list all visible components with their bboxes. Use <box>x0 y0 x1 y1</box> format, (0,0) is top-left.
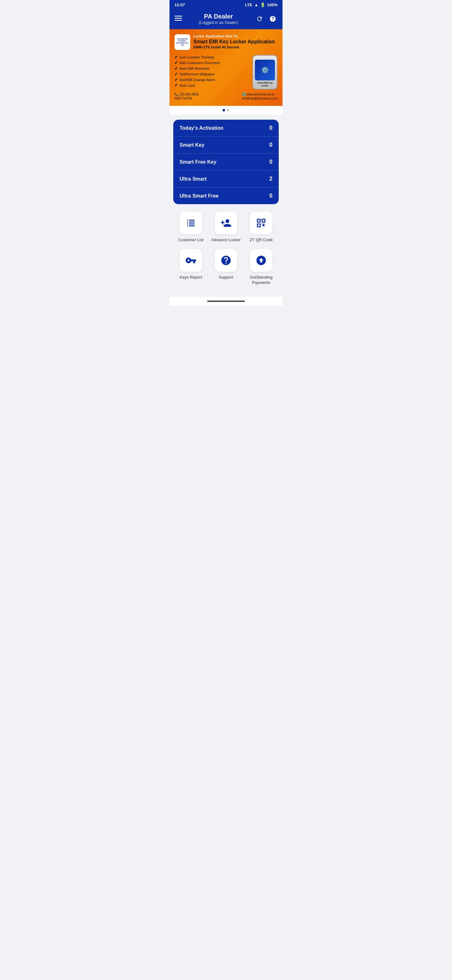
help-button[interactable] <box>268 14 278 24</box>
check-icon-3: ✔ <box>174 66 178 71</box>
phone-screen: ⚙️ <box>255 60 275 80</box>
banner-product-title: Smart EMI Key Locker Application <box>193 39 278 45</box>
stats-value-3: 0 <box>269 192 273 199</box>
status-right: LTE ▲ 🔋 100% <box>245 3 278 7</box>
stats-value-1: 0 <box>269 159 273 165</box>
phone-image: ⚙️ Smart EMI Key Locker <box>252 55 278 89</box>
signal-text: LTE <box>245 3 252 7</box>
zt-qr-code-button[interactable]: ZT QR Code <box>246 212 277 243</box>
stats-row-3[interactable]: Ultra Smart Free 0 <box>173 188 279 204</box>
contact-web: 🌐 www.technove.co.in ✉ Admin@technove.co… <box>242 93 278 101</box>
banner-footer: 📞 120-463-3605 6397714756 🌐 www.technove… <box>174 93 278 101</box>
grid-section: Customer List Advance Locker ZT QR Code <box>170 209 282 297</box>
refresh-button[interactable] <box>255 14 264 24</box>
stats-label-2: Ultra Smart <box>179 176 206 182</box>
stats-label-0: Smart Key <box>179 142 205 148</box>
outstanding-payments-label: OutStandingPayments <box>250 275 273 286</box>
bottom-bar <box>170 297 282 305</box>
stats-row-1[interactable]: Smart Free Key 0 <box>173 154 279 170</box>
keys-report-icon-box <box>179 249 202 272</box>
svg-rect-0 <box>174 16 182 17</box>
signal-icon: ▲ <box>254 3 259 7</box>
qr-code-icon <box>255 217 267 229</box>
dot-2[interactable] <box>227 109 230 111</box>
banner-text: Locker Application Bole To Smart EMI Key… <box>193 34 278 49</box>
stats-header-label: Today's Activation <box>179 125 224 131</box>
stats-card: Today's Activation 0 Smart Key 0 Smart F… <box>173 120 279 204</box>
keys-report-button[interactable]: Keys Report <box>175 249 206 286</box>
support-label: Support <box>219 275 233 280</box>
help-circle-icon <box>220 255 232 266</box>
check-icon-4: ✔ <box>174 72 178 76</box>
app-subtitle: (Logged in as Dealer) <box>182 20 255 25</box>
promo-banner: TECHNOVEGLOBALSOFTWARE PVT LTD Locker Ap… <box>170 29 282 106</box>
feature-4: ✔ Set/Remove Wallpaper <box>174 72 249 76</box>
battery-level: 100% <box>267 3 278 7</box>
customer-list-label: Customer List <box>178 237 203 243</box>
svg-rect-2 <box>174 20 182 21</box>
stats-header-row[interactable]: Today's Activation 0 <box>173 120 279 137</box>
customer-list-button[interactable]: Customer List <box>175 212 206 243</box>
website-line: 🌐 www.technove.co.in <box>242 93 278 96</box>
feature-2: ✔ Add Customers Document <box>174 60 249 65</box>
feature-3: ✔ Auto EMI Reminder <box>174 66 249 71</box>
header: PA Dealer (Logged in as Dealer) <box>170 10 282 29</box>
advance-locker-button[interactable]: Advance Locker <box>210 212 242 243</box>
status-bar: 12:07 LTE ▲ 🔋 100% <box>170 0 282 10</box>
stats-row-2[interactable]: Ultra Smart 2 <box>173 170 279 188</box>
customer-list-icon-box <box>179 212 202 234</box>
email-line: ✉ Admin@technove.co.in <box>242 97 278 100</box>
support-icon-box <box>215 249 237 272</box>
feature-6: ✔ Auto Lock <box>174 83 249 88</box>
stats-header-value: 0 <box>269 125 273 131</box>
stats-value-2: 2 <box>269 176 273 182</box>
home-indicator <box>207 301 245 302</box>
dot-1[interactable] <box>222 109 225 111</box>
header-actions <box>255 14 278 24</box>
app-title: PA Dealer <box>182 13 255 20</box>
svg-rect-1 <box>174 18 182 19</box>
stats-row-0[interactable]: Smart Key 0 <box>173 137 279 154</box>
banner-subtitle: EMM+ZTE Install 40 Second <box>193 45 278 49</box>
banner-body: ✔ Live Location Tracking ✔ Add Customers… <box>174 55 278 89</box>
check-icon-6: ✔ <box>174 83 178 88</box>
phone-line-2: 6397714756 <box>174 97 199 100</box>
banner-main-title: Locker Application Bole To <box>193 34 278 38</box>
outstanding-payments-button[interactable]: OutStandingPayments <box>246 249 277 286</box>
banner-dots <box>170 106 282 115</box>
check-icon-1: ✔ <box>174 55 178 59</box>
phone-label: Smart EMI Key Locker <box>255 82 275 87</box>
person-add-icon <box>220 217 232 229</box>
stats-label-1: Smart Free Key <box>179 159 216 165</box>
zt-qr-code-icon-box <box>250 212 273 234</box>
outstanding-payments-icon-box <box>250 249 273 272</box>
banner-header: TECHNOVEGLOBALSOFTWARE PVT LTD Locker Ap… <box>174 34 278 50</box>
phone-line-1: 📞 120-463-3605 <box>174 93 199 96</box>
feature-5: ✔ Get/SIM Change Alarm <box>174 78 249 82</box>
company-logo: TECHNOVEGLOBALSOFTWARE PVT LTD <box>174 34 190 50</box>
check-icon-2: ✔ <box>174 60 178 65</box>
grid-row-2: Keys Report Support OutStandingPayments <box>173 249 279 286</box>
menu-button[interactable] <box>174 14 182 23</box>
arrow-up-circle-icon <box>255 255 267 266</box>
grid-row-1: Customer List Advance Locker ZT QR Code <box>173 212 279 243</box>
battery-icon: 🔋 <box>260 3 265 7</box>
contact-phone: 📞 120-463-3605 6397714756 <box>174 93 199 101</box>
status-time: 12:07 <box>174 3 185 7</box>
keys-report-label: Keys Report <box>179 275 202 280</box>
banner-features: ✔ Live Location Tracking ✔ Add Customers… <box>174 55 249 89</box>
feature-1: ✔ Live Location Tracking <box>174 55 249 59</box>
check-icon-5: ✔ <box>174 78 178 82</box>
stats-value-0: 0 <box>269 142 273 148</box>
advance-locker-label: Advance Locker <box>211 237 240 243</box>
zt-qr-code-label: ZT QR Code <box>249 237 273 243</box>
header-center: PA Dealer (Logged in as Dealer) <box>182 13 255 25</box>
banner-container: TECHNOVEGLOBALSOFTWARE PVT LTD Locker Ap… <box>170 29 282 115</box>
stats-label-3: Ultra Smart Free <box>179 193 219 199</box>
advance-locker-icon-box <box>215 212 237 234</box>
support-button[interactable]: Support <box>210 249 242 286</box>
key-icon <box>185 255 197 266</box>
grid-icon <box>185 217 197 229</box>
